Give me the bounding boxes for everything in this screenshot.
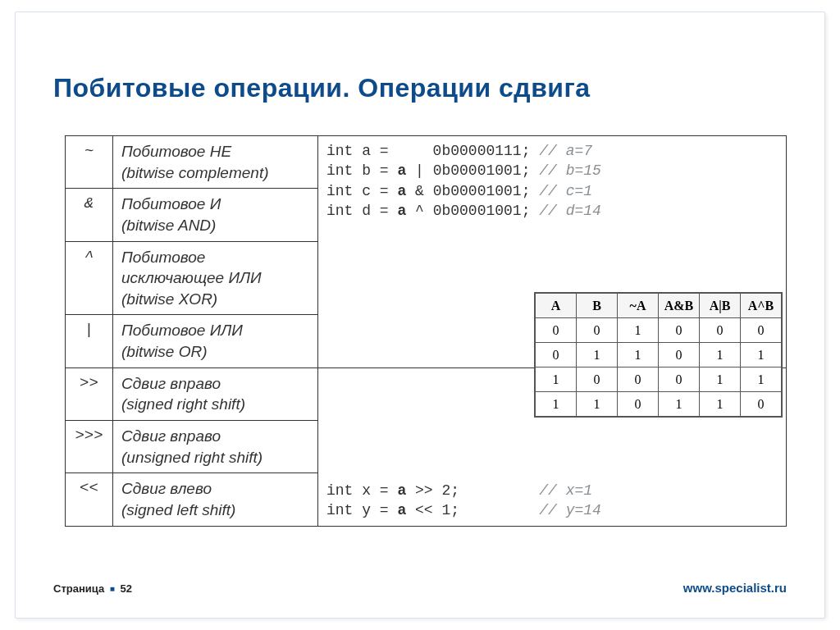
op-symbol: << (66, 473, 113, 526)
bullet-icon: ■ (107, 584, 117, 593)
op-desc: Сдвиг влево (signed left shift) (113, 473, 318, 526)
truth-header: ~A (618, 294, 659, 318)
truth-row: 110110 (536, 392, 782, 417)
page-footer-left: Страница ■ 52 (53, 582, 132, 595)
op-desc: Побитовое И (bitwise AND) (113, 189, 318, 241)
slide-title: Побитовые операции. Операции сдвига (53, 73, 591, 103)
truth-header: A|B (700, 294, 741, 318)
op-desc: Сдвиг вправо (signed right shift) (113, 368, 318, 420)
op-symbol: >> (66, 368, 113, 420)
truth-header: A^B (741, 294, 782, 318)
slide-frame: Побитовые операции. Операции сдвига ~ По… (15, 11, 825, 619)
op-desc: Сдвиг вправо (unsigned right shift) (113, 421, 318, 473)
content-area: ~ Побитовое НЕ (bitwise complement) int … (65, 135, 787, 527)
page-label: Страница (53, 582, 104, 595)
truth-table-wrap: A B ~A A&B A|B A^B 001000 011011 100011 (535, 293, 782, 417)
truth-header-row: A B ~A A&B A|B A^B (536, 294, 782, 318)
page-footer-url: www.specialist.ru (683, 581, 787, 595)
op-symbol: >>> (66, 421, 113, 473)
page-number: 52 (120, 582, 131, 595)
truth-row: 100011 (536, 368, 782, 392)
op-desc: Побитовое НЕ (bitwise complement) (113, 136, 318, 189)
op-desc: Побитовое ИЛИ (bitwise OR) (113, 315, 318, 368)
op-desc: Побитовое исключающее ИЛИ (bitwise XOR) (113, 241, 318, 315)
truth-row: 001000 (536, 318, 782, 343)
truth-row: 011011 (536, 343, 782, 368)
op-symbol: & (66, 189, 113, 241)
truth-header: A&B (659, 294, 700, 318)
op-symbol: ~ (66, 136, 113, 189)
truth-header: B (577, 294, 618, 318)
op-symbol: ^ (66, 241, 113, 315)
truth-header: A (536, 294, 577, 318)
truth-table: A B ~A A&B A|B A^B 001000 011011 100011 (535, 293, 782, 417)
op-symbol: | (66, 315, 113, 368)
